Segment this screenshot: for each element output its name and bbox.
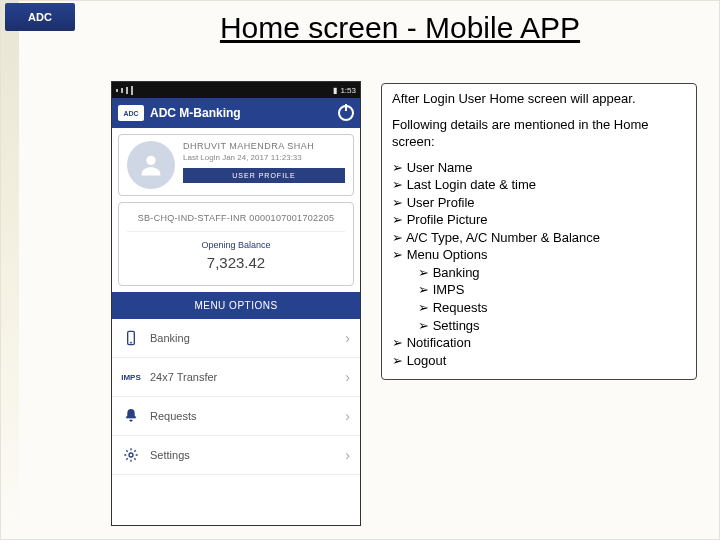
logout-icon[interactable]	[338, 105, 354, 121]
list-item: Logout	[392, 352, 686, 370]
list-subitem: Requests	[392, 299, 686, 317]
menu-options-header: MENU OPTIONS	[112, 292, 360, 319]
account-number: SB-CHQ-IND-STAFF-INR 0000107001702205	[127, 213, 345, 223]
slide-title: Home screen - Mobile APP	[121, 11, 679, 45]
bell-icon	[122, 407, 140, 425]
avatar	[127, 141, 175, 189]
menu-label: Settings	[150, 449, 190, 461]
list-item: User Name	[392, 159, 686, 177]
user-name: DHRUVIT MAHENDRA SHAH	[183, 141, 345, 151]
menu-label: Banking	[150, 332, 190, 344]
svg-point-0	[146, 156, 155, 165]
chevron-right-icon: ›	[345, 330, 350, 346]
chevron-right-icon: ›	[345, 447, 350, 463]
gear-icon	[122, 446, 140, 464]
opening-balance-label: Opening Balance	[127, 240, 345, 250]
list-item: Profile Picture	[392, 211, 686, 229]
opening-balance-value: 7,323.42	[127, 254, 345, 271]
list-item: A/C Type, A/C Number & Balance	[392, 229, 686, 247]
app-bar: ADC ADC M-Banking	[112, 98, 360, 128]
last-login: Last Login Jan 24, 2017 11:23:33	[183, 153, 345, 162]
app-title: ADC M-Banking	[150, 106, 332, 120]
menu-label: 24x7 Transfer	[150, 371, 217, 383]
list-item: Last Login date & time	[392, 176, 686, 194]
menu-item-requests[interactable]: Requests ›	[112, 397, 360, 436]
list-item: User Profile	[392, 194, 686, 212]
battery-icon: ▮	[333, 86, 337, 95]
chevron-right-icon: ›	[345, 369, 350, 385]
note-list: User Name Last Login date & time User Pr…	[392, 159, 686, 370]
svg-point-2	[130, 342, 131, 343]
svg-point-3	[129, 453, 133, 457]
menu-item-banking[interactable]: Banking ›	[112, 319, 360, 358]
description-box: After Login User Home screen will appear…	[381, 83, 697, 380]
list-subitem: Banking	[392, 264, 686, 282]
account-card: SB-CHQ-IND-STAFF-INR 0000107001702205 Op…	[118, 202, 354, 286]
list-item: Menu Options	[392, 246, 686, 264]
menu-item-imps[interactable]: IMPS 24x7 Transfer ›	[112, 358, 360, 397]
slide-left-stripe	[1, 1, 19, 539]
list-subitem: Settings	[392, 317, 686, 335]
chevron-right-icon: ›	[345, 408, 350, 424]
android-statusbar: ▮ 1:53	[112, 82, 360, 98]
list-item: Notification	[392, 334, 686, 352]
list-subitem: IMPS	[392, 281, 686, 299]
note-intro: After Login User Home screen will appear…	[392, 90, 686, 108]
note-subhead: Following details are mentioned in the H…	[392, 116, 686, 151]
menu-label: Requests	[150, 410, 196, 422]
phone-icon	[122, 329, 140, 347]
adc-logo: ADC	[5, 3, 75, 31]
profile-card: DHRUVIT MAHENDRA SHAH Last Login Jan 24,…	[118, 134, 354, 196]
app-mini-logo: ADC	[118, 105, 144, 121]
phone-mockup: ▮ 1:53 ADC ADC M-Banking DHRUVIT MAHENDR…	[111, 81, 361, 526]
imps-icon: IMPS	[122, 368, 140, 386]
menu-item-settings[interactable]: Settings ›	[112, 436, 360, 475]
user-profile-button[interactable]: USER PROFILE	[183, 168, 345, 183]
status-time: 1:53	[340, 86, 356, 95]
